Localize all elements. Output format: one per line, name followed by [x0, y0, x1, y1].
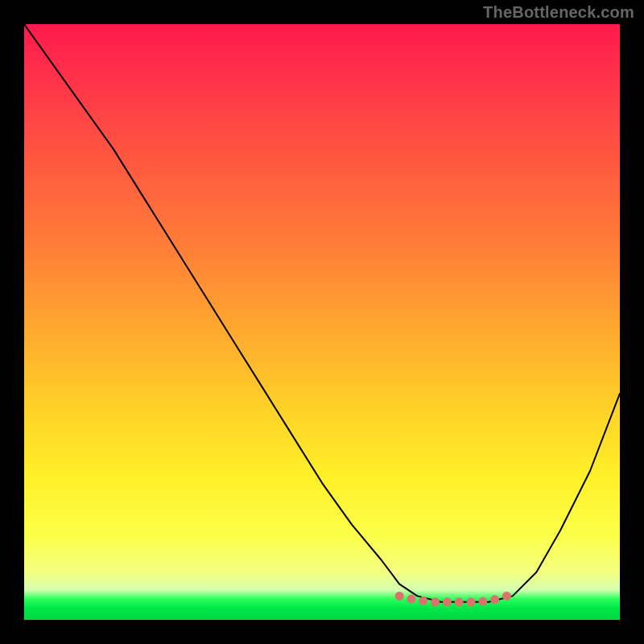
- plot-area: [24, 24, 620, 620]
- chart-frame: TheBottleneck.com: [0, 0, 644, 644]
- optimal-marker-dot: [455, 597, 464, 606]
- optimal-marker-dot: [419, 597, 427, 605]
- optimal-marker-dot: [502, 592, 511, 601]
- optimal-marker-dot: [443, 597, 452, 606]
- optimal-marker-dot: [490, 595, 499, 604]
- optimal-marker-dot: [478, 597, 487, 606]
- optimal-marker-dot: [407, 595, 416, 604]
- optimal-marker-dot: [395, 592, 404, 601]
- optimal-range-markers: [395, 592, 511, 606]
- optimal-marker-dot: [431, 597, 440, 606]
- chart-overlay-svg: [24, 24, 620, 620]
- optimal-marker-dot: [467, 597, 476, 606]
- bottleneck-curve: [24, 24, 620, 602]
- watermark-text: TheBottleneck.com: [483, 3, 634, 22]
